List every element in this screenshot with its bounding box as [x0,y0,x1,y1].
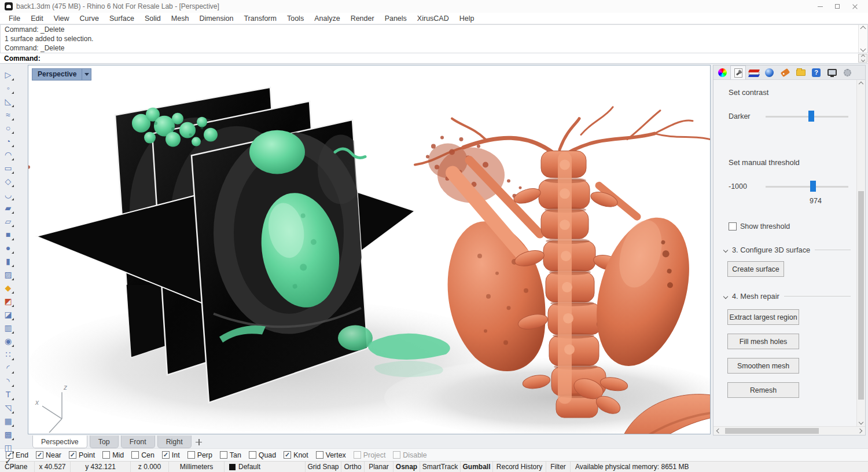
status-smarttrack[interactable]: SmartTrack [420,462,461,472]
osnap-cen-checkbox[interactable]: Cen [131,451,155,459]
menu-tools[interactable]: Tools [282,14,309,23]
command-spinner[interactable] [858,54,867,63]
freeform-curve-icon[interactable]: ◡ [2,189,14,201]
menu-curve[interactable]: Curve [75,14,104,23]
osnap-vertex-checkbox[interactable]: Vertex [316,451,346,459]
osnap-near-checkbox[interactable]: ✓Near [36,451,61,459]
chevron-down-icon[interactable] [723,294,728,298]
panel-tab-help[interactable] [808,65,824,79]
maximize-button[interactable] [829,1,846,12]
command-input[interactable]: Command: [0,53,868,64]
menu-mesh[interactable]: Mesh [166,14,194,23]
leader-dimension-icon[interactable]: ◹ [2,402,14,414]
scroll-left-icon[interactable] [716,429,721,433]
box-icon[interactable]: ■ [2,229,14,241]
status-osnap[interactable]: Osnap [393,462,420,472]
arc-icon[interactable]: ◠ [2,149,14,161]
remesh-button[interactable]: Remesh [727,382,799,398]
menu-view[interactable]: View [49,14,75,23]
close-button[interactable] [846,1,863,12]
minimize-button[interactable] [811,1,829,12]
osnap-project-checkbox[interactable]: Project [354,451,386,459]
viewport-3d-scene[interactable]: z x y [28,65,710,434]
scroll-down-icon[interactable] [859,420,863,425]
status-layer[interactable]: Default [225,462,306,472]
extract-largest-region-button[interactable]: Extract largest region [727,309,799,325]
status-ortho[interactable]: Ortho [341,462,365,472]
menu-analyze[interactable]: Analyze [309,14,345,23]
surface-patch-icon[interactable]: ▱ [2,215,14,228]
viewport-menu-caret[interactable] [82,68,91,81]
circle-icon[interactable]: ○ [2,122,14,134]
panel-tab-settings[interactable] [840,65,855,79]
panel-tab-display[interactable] [762,65,777,79]
text-icon[interactable]: T [2,389,14,401]
status-gumball[interactable]: Gumball [461,462,493,472]
scroll-down-icon[interactable] [860,46,866,52]
menu-panels[interactable]: Panels [380,14,412,23]
chevron-down-icon[interactable] [723,247,728,252]
menu-surface[interactable]: Surface [104,14,139,23]
create-surface-button[interactable]: Create surface [727,261,784,277]
fillet-icon[interactable]: ◜ [2,362,14,374]
menu-help[interactable]: Help [454,14,480,23]
panel-vertical-scrollbar[interactable] [856,80,865,426]
spinner-down-icon[interactable] [860,58,865,62]
viewport-tab-right[interactable]: Right [157,436,192,448]
group-icon[interactable]: ∷ [2,349,14,361]
section-configure-3d-surface[interactable]: 3. Configure 3D surface [724,246,851,254]
menu-file[interactable]: File [3,14,25,23]
panel-tab-monitor[interactable] [824,65,840,79]
osnap-point-checkbox[interactable]: ✓Point [69,451,95,459]
viewport-tab-front[interactable]: Front [121,436,155,448]
extrude-icon[interactable]: ◫ [2,442,14,454]
contrast-slider-thumb[interactable] [808,111,814,122]
osnap-knot-checkbox[interactable]: ✓Knot [284,451,308,459]
viewport-title-label[interactable]: Perspective [32,68,82,81]
status-grid-snap[interactable]: Grid Snap [306,462,341,472]
menu-transform[interactable]: Transform [238,14,282,23]
panel-tab-properties[interactable] [730,65,746,79]
menu-solid[interactable]: Solid [139,14,166,23]
surface-blend-icon[interactable]: ▨ [2,269,14,281]
select-arrow-icon[interactable]: ▷ [2,69,14,81]
viewport-tab-perspective[interactable]: Perspective [32,436,87,448]
array-polar-icon[interactable]: ▧ [2,469,14,472]
fill-mesh-holes-button[interactable]: Fill mesh holes [727,334,799,349]
menu-xiruscad[interactable]: XirusCAD [412,14,454,23]
boolean-union-icon[interactable]: ◉ [2,335,14,347]
scroll-up-icon[interactable] [860,26,866,32]
status-record-history[interactable]: Record History [493,462,546,472]
sphere-icon[interactable]: ● [2,242,14,254]
scroll-up-icon[interactable] [859,82,863,86]
viewport-splitter-icon[interactable] [194,436,204,448]
single-point-icon[interactable]: ◦ [2,82,14,94]
menu-render[interactable]: Render [345,14,380,23]
cylinder-icon[interactable]: ▮ [2,255,14,268]
viewport-tab-top[interactable]: Top [90,436,119,448]
curve-control-points-icon[interactable]: ≈ [2,109,14,121]
contrast-slider[interactable] [766,111,848,122]
scroll-right-icon[interactable] [858,429,862,433]
osnap-tan-checkbox[interactable]: Tan [220,451,241,459]
scrollbar-thumb[interactable] [725,428,819,434]
viewport-title-tab[interactable]: Perspective [32,68,91,81]
rectangle-icon[interactable]: ▭ [2,162,14,174]
osnap-perp-checkbox[interactable]: Perp [187,451,212,459]
viewport-perspective[interactable]: z x y Perspective [28,65,711,434]
block-icon[interactable]: ▦ [2,415,14,427]
threshold-slider-thumb[interactable] [810,181,816,192]
panel-tab-named-views[interactable] [777,65,793,79]
osnap-disable-checkbox[interactable]: Disable [393,451,426,459]
panel-tab-libraries[interactable] [793,65,808,79]
trim-icon[interactable]: ◩ [2,295,14,308]
section-mesh-repair[interactable]: 4. Mesh repair [724,292,851,301]
polyline-icon[interactable]: ◺ [2,96,14,108]
command-history-scrollbar[interactable] [858,25,867,53]
osnap-mid-checkbox[interactable]: Mid [102,451,124,459]
menu-dimension[interactable]: Dimension [194,14,238,23]
panel-tab-layers[interactable] [746,65,762,79]
status-planar[interactable]: Planar [365,462,393,472]
show-threshold-checkbox[interactable]: Show threshold [729,222,856,230]
ellipse-icon[interactable]: ◔ [2,136,14,148]
